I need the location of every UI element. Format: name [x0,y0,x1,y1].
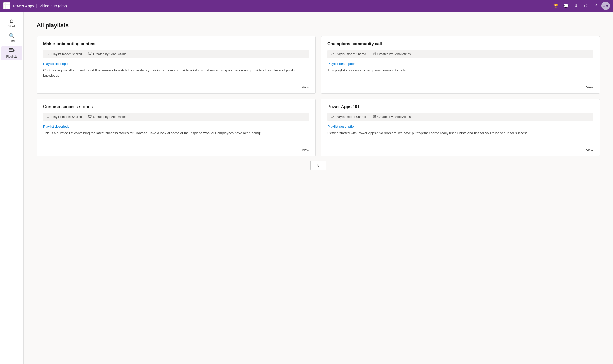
playlist-card-power-apps-101: Power Apps 101 🛡 Playlist mode: Shared 🖼… [321,99,600,156]
sidebar-label-start: Start [8,25,15,28]
playlist-mode-3: 🛡 Playlist mode: Shared [331,115,366,119]
playlist-meta-0: 🛡 Playlist mode: Shared 🖼 Created by : A… [43,50,309,58]
playlist-view-btn-3[interactable]: View [586,145,593,152]
playlist-creator-2: 🖼 Created by : Abbi Atkins [88,115,126,119]
waffle-menu-button[interactable] [3,2,10,9]
home-icon: ⌂ [10,18,13,24]
playlist-title-0: Maker onboarding content [43,42,309,46]
shield-icon-1: 🛡 [331,52,334,56]
playlist-desc-link-3[interactable]: Playlist description [327,125,593,128]
sidebar-item-start[interactable]: ⌂ Start [1,16,22,30]
help-icon: ? [595,3,597,8]
playlist-grid: Maker onboarding content 🛡 Playlist mode… [37,36,600,156]
playlist-desc-text-2: This is a curated list containing the la… [43,131,309,145]
playlist-mode-0: 🛡 Playlist mode: Shared [46,52,82,56]
topbar-icons: 🏆 💬 ⬇ ⚙ ? AA [552,2,610,10]
badge-icon-button[interactable]: 🏆 [552,2,560,10]
playlist-card-maker-onboarding: Maker onboarding content 🛡 Playlist mode… [37,36,316,94]
help-icon-button[interactable]: ? [592,2,600,10]
playlist-title-2: Contoso success stories [43,104,309,109]
search-icon: 🔍 [9,33,15,38]
chevron-down-icon: ∨ [317,163,320,167]
shield-icon-2: 🛡 [46,115,50,119]
playlist-card-champions-community: Champions community call 🛡 Playlist mode… [321,36,600,94]
app-layout: ⌂ Start 🔍 Find Playlists All playlists [0,12,613,364]
svg-rect-1 [9,50,13,51]
playlist-view-btn-0[interactable]: View [302,82,309,89]
image-icon-1: 🖼 [372,52,376,56]
playlist-desc-text-3: Getting started with Power Apps? No prob… [327,131,593,145]
playlist-meta-1: 🛡 Playlist mode: Shared 🖼 Created by : A… [327,50,593,58]
playlist-meta-2: 🛡 Playlist mode: Shared 🖼 Created by : A… [43,113,309,121]
playlist-title-3: Power Apps 101 [327,104,593,109]
playlist-creator-0: 🖼 Created by : Abbi Atkins [88,52,126,56]
shield-icon-3: 🛡 [331,115,334,119]
settings-icon-button[interactable]: ⚙ [582,2,590,10]
svg-rect-2 [9,51,13,52]
playlist-view-btn-2[interactable]: View [302,145,309,152]
gear-icon: ⚙ [584,3,588,8]
playlist-desc-text-0: Contoso require all app and cloud flow m… [43,68,309,82]
chat-icon: 💬 [563,3,569,8]
scroll-btn-container: ∨ [37,161,600,172]
waffle-icon [4,3,10,9]
playlist-meta-3: 🛡 Playlist mode: Shared 🖼 Created by : A… [327,113,593,121]
sidebar: ⌂ Start 🔍 Find Playlists [0,12,24,364]
topbar-title: Power Apps | Video hub (dev) [13,4,549,8]
image-icon-3: 🖼 [372,115,376,119]
scroll-down-button[interactable]: ∨ [310,161,326,170]
main-content: All playlists Maker onboarding content 🛡… [24,12,613,364]
playlist-creator-1: 🖼 Created by : Abbi Atkins [372,52,411,56]
playlists-icon [9,48,15,54]
avatar-button[interactable]: AA [601,2,610,10]
playlist-desc-text-1: This playlist contains all champions com… [327,68,593,82]
chat-icon-button[interactable]: 💬 [562,2,570,10]
download-icon: ⬇ [574,3,578,8]
sidebar-label-find: Find [9,39,15,43]
playlist-desc-link-2[interactable]: Playlist description [43,125,309,128]
topbar: Power Apps | Video hub (dev) 🏆 💬 ⬇ ⚙ ? A… [0,0,613,12]
playlist-mode-1: 🛡 Playlist mode: Shared [331,52,366,56]
svg-marker-3 [13,49,15,52]
sidebar-label-playlists: Playlists [6,55,17,58]
image-icon-0: 🖼 [88,52,92,56]
sidebar-item-find[interactable]: 🔍 Find [1,31,22,45]
shield-icon-0: 🛡 [46,52,50,56]
playlist-view-btn-1[interactable]: View [586,82,593,89]
image-icon-2: 🖼 [88,115,92,119]
playlist-card-contoso-success: Contoso success stories 🛡 Playlist mode:… [37,99,316,156]
playlist-title-1: Champions community call [327,42,593,46]
badge-icon: 🏆 [553,3,559,8]
sidebar-item-playlists[interactable]: Playlists [1,46,22,60]
playlist-mode-2: 🛡 Playlist mode: Shared [46,115,82,119]
playlist-creator-3: 🖼 Created by : Abbi Atkins [372,115,411,119]
svg-rect-0 [9,48,13,49]
download-icon-button[interactable]: ⬇ [572,2,580,10]
page-title: All playlists [37,22,600,29]
playlist-desc-link-1[interactable]: Playlist description [327,62,593,66]
playlist-desc-link-0[interactable]: Playlist description [43,62,309,66]
